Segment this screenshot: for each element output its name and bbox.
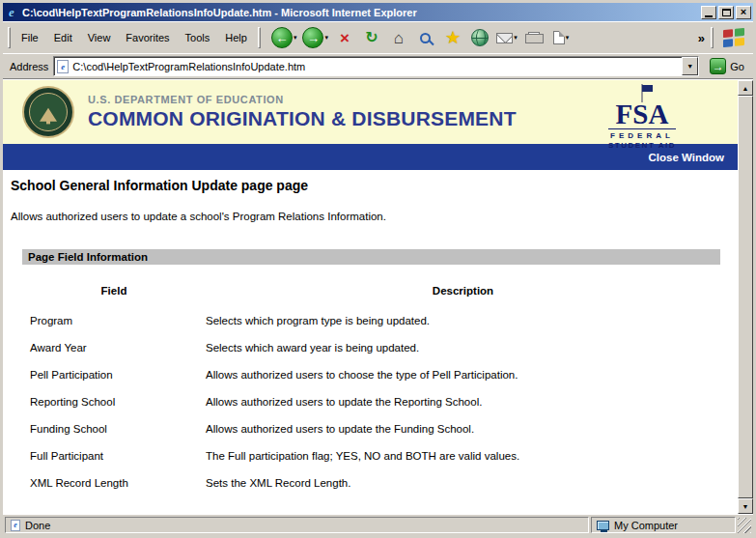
back-button[interactable]: ← ▾ bbox=[269, 23, 299, 52]
menu-bar: File Edit View Favorites Tools Help bbox=[14, 29, 255, 46]
back-dropdown-icon[interactable]: ▾ bbox=[294, 34, 297, 42]
windows-flag-icon bbox=[723, 28, 744, 47]
minimize-button[interactable] bbox=[701, 6, 716, 19]
zone-text: My Computer bbox=[614, 520, 678, 531]
home-icon: ⌂ bbox=[394, 30, 404, 46]
minimize-icon bbox=[705, 15, 713, 17]
department-of-education-seal-icon bbox=[22, 86, 74, 138]
refresh-button[interactable]: ↻ bbox=[359, 23, 384, 52]
menu-item-favorites[interactable]: Favorites bbox=[118, 29, 177, 46]
vertical-scrollbar[interactable]: ▲ ▼ bbox=[738, 80, 753, 514]
description-cell: Sets the XML Record Length. bbox=[206, 469, 720, 496]
scroll-thumb[interactable] bbox=[738, 96, 753, 498]
address-bar: Address e C:\cod\HelpTextProgramRelation… bbox=[3, 53, 753, 78]
favorites-star-icon: ★ bbox=[445, 29, 461, 46]
forward-icon: → bbox=[302, 27, 323, 48]
description-cell: Selects which award year is being update… bbox=[206, 334, 720, 361]
field-cell: Award Year bbox=[22, 334, 206, 361]
go-arrow-icon: → bbox=[710, 58, 726, 74]
close-icon: × bbox=[741, 7, 746, 17]
go-button[interactable]: → Go bbox=[704, 55, 750, 78]
mail-dropdown-icon[interactable]: ▾ bbox=[514, 34, 518, 42]
stop-button[interactable]: × bbox=[332, 23, 357, 52]
description-cell: Allows authorized users to update the Re… bbox=[206, 388, 720, 415]
back-icon: ← bbox=[271, 27, 293, 48]
resize-grip[interactable] bbox=[738, 518, 751, 533]
mail-icon bbox=[496, 33, 513, 43]
close-button[interactable]: × bbox=[736, 6, 751, 19]
print-icon bbox=[525, 32, 542, 43]
my-computer-icon bbox=[597, 521, 609, 530]
address-value[interactable]: C:\cod\HelpTextProgramRelationsInfoUpdat… bbox=[72, 61, 678, 72]
menu-item-help[interactable]: Help bbox=[217, 29, 255, 46]
maximize-button[interactable] bbox=[718, 6, 734, 19]
refresh-icon: ↻ bbox=[365, 30, 378, 45]
toolbar: ← ▾ → ▾ × ↻ ⌂ ★ bbox=[269, 23, 574, 52]
page-title: School General Information Update page p… bbox=[11, 178, 738, 193]
scroll-down-button[interactable]: ▼ bbox=[738, 498, 753, 514]
table-row: Pell Participation Allows authorized use… bbox=[22, 361, 720, 388]
field-cell: XML Record Length bbox=[22, 469, 206, 496]
intro-text: Allows authorized users to update a scho… bbox=[11, 211, 738, 222]
cod-header: U.S. DEPARTMENT OF EDUCATION COMMON ORIG… bbox=[3, 80, 738, 144]
toolbar-grip-2[interactable] bbox=[258, 27, 261, 48]
stop-icon: × bbox=[340, 30, 350, 46]
title-bar[interactable]: e C:\cod\HelpTextProgramRelationsInfoUpd… bbox=[3, 3, 753, 21]
status-bar: e Done My Computer bbox=[3, 514, 753, 535]
close-window-link[interactable]: Close Window bbox=[649, 152, 724, 163]
address-dropdown-button[interactable]: ▼ bbox=[682, 57, 698, 75]
table-row: Funding School Allows authorized users t… bbox=[22, 415, 720, 442]
globe-icon bbox=[471, 29, 489, 46]
fsa-federal-label: FEDERAL bbox=[606, 131, 678, 140]
table-row: Program Selects which program type is be… bbox=[22, 307, 720, 334]
description-cell: Allows authorized users to update the Fu… bbox=[206, 415, 720, 442]
status-text: Done bbox=[25, 520, 50, 531]
edit-button[interactable]: ▾ bbox=[548, 23, 574, 52]
history-button[interactable] bbox=[467, 23, 492, 52]
status-document-icon: e bbox=[11, 520, 20, 531]
scroll-up-button[interactable]: ▲ bbox=[738, 80, 753, 96]
mail-button[interactable]: ▾ bbox=[494, 23, 519, 52]
field-table: Field Description Program Selects which … bbox=[22, 280, 720, 496]
address-input[interactable]: e C:\cod\HelpTextProgramRelationsInfoUpd… bbox=[53, 56, 699, 76]
search-button[interactable] bbox=[413, 23, 438, 52]
window-title: C:\cod\HelpTextProgramRelationsInfoUpdat… bbox=[22, 7, 697, 18]
favorites-button[interactable]: ★ bbox=[440, 23, 465, 52]
section-header: Page Field Information bbox=[22, 249, 720, 265]
help-content: School General Information Update page p… bbox=[3, 170, 738, 514]
field-cell: Full Participant bbox=[22, 442, 206, 469]
table-row: Reporting School Allows authorized users… bbox=[22, 388, 720, 415]
address-label: Address bbox=[6, 61, 48, 72]
search-icon bbox=[420, 33, 431, 43]
agency-name: U.S. DEPARTMENT OF EDUCATION bbox=[88, 94, 517, 105]
table-row: Full Participant The Full participation … bbox=[22, 442, 720, 469]
menu-item-file[interactable]: File bbox=[14, 29, 46, 46]
menu-item-tools[interactable]: Tools bbox=[178, 29, 218, 46]
print-button[interactable] bbox=[521, 23, 546, 52]
column-header-description: Description bbox=[206, 280, 720, 301]
fsa-acronym: FSA bbox=[606, 102, 678, 127]
home-button[interactable]: ⌂ bbox=[386, 23, 411, 52]
table-row: Award Year Selects which award year is b… bbox=[22, 334, 720, 361]
menu-item-edit[interactable]: Edit bbox=[46, 29, 80, 46]
fsa-student-aid-label: STUDENT AID bbox=[606, 141, 678, 150]
page-area: U.S. DEPARTMENT OF EDUCATION COMMON ORIG… bbox=[3, 80, 753, 514]
field-cell: Funding School bbox=[22, 415, 206, 442]
description-cell: The Full participation flag; YES, NO and… bbox=[206, 442, 720, 469]
browser-window: e C:\cod\HelpTextProgramRelationsInfoUpd… bbox=[0, 0, 756, 538]
column-header-field: Field bbox=[22, 280, 206, 301]
forward-button[interactable]: → ▾ bbox=[300, 23, 330, 52]
edit-dropdown-icon[interactable]: ▾ bbox=[566, 34, 570, 42]
table-row: XML Record Length Sets the XML Record Le… bbox=[22, 469, 720, 496]
field-cell: Pell Participation bbox=[22, 361, 206, 388]
go-label: Go bbox=[730, 61, 744, 72]
toolbar-overflow-chevron[interactable]: » bbox=[695, 31, 708, 45]
description-cell: Selects which program type is being upda… bbox=[206, 307, 720, 334]
toolbar-grip[interactable] bbox=[8, 27, 11, 48]
description-cell: Allows authorized users to choose the ty… bbox=[206, 361, 720, 388]
edit-page-icon bbox=[553, 31, 565, 44]
status-panel: e Done bbox=[5, 517, 589, 533]
app-title: COMMON ORIGINATION & DISBURSEMENT bbox=[88, 107, 517, 130]
forward-dropdown-icon[interactable]: ▾ bbox=[324, 34, 328, 42]
menu-item-view[interactable]: View bbox=[80, 29, 119, 46]
